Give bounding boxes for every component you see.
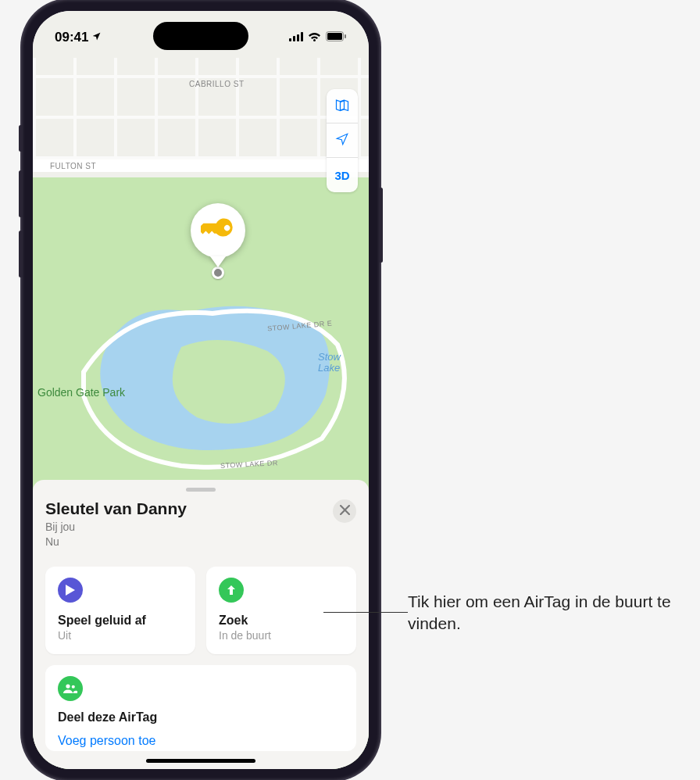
map-tracking-button[interactable] bbox=[327, 123, 358, 158]
power-button bbox=[379, 188, 383, 263]
add-person-link[interactable]: Voeg persoon toe bbox=[58, 734, 155, 748]
svg-rect-3 bbox=[301, 32, 303, 41]
location-arrow-icon bbox=[91, 30, 102, 45]
svg-rect-0 bbox=[289, 38, 291, 41]
volume-down-button bbox=[19, 231, 23, 277]
battery-icon bbox=[326, 30, 347, 45]
map-label-cabrillo: CABRILLO ST bbox=[189, 80, 245, 88]
item-location: Bij jou bbox=[45, 521, 75, 533]
map-controls: 3D bbox=[327, 89, 358, 192]
close-button[interactable] bbox=[333, 499, 356, 523]
play-sound-title: Speel geluid af bbox=[58, 614, 183, 628]
play-sound-card[interactable]: Speel geluid af Uit bbox=[45, 567, 195, 654]
arrow-up-icon bbox=[219, 578, 244, 603]
status-time: 09:41 bbox=[55, 30, 88, 45]
map-3d-button[interactable]: 3D bbox=[327, 158, 358, 192]
dynamic-island bbox=[153, 22, 248, 50]
detail-sheet[interactable]: Sleutel van Danny Bij jou Nu bbox=[33, 480, 369, 769]
close-icon bbox=[340, 504, 350, 518]
map-3d-label: 3D bbox=[334, 169, 349, 182]
location-arrow-icon bbox=[335, 132, 349, 148]
cellular-icon bbox=[289, 30, 303, 45]
find-card[interactable]: Zoek In de buurt bbox=[206, 567, 356, 654]
item-title: Sleutel van Danny bbox=[45, 499, 187, 518]
play-sound-sub: Uit bbox=[58, 629, 183, 642]
svg-rect-6 bbox=[345, 34, 346, 38]
sheet-grabber[interactable] bbox=[186, 488, 216, 492]
map-street-grid bbox=[33, 58, 369, 159]
mute-switch bbox=[19, 125, 23, 152]
item-updated: Nu bbox=[45, 535, 59, 548]
svg-rect-2 bbox=[297, 34, 299, 41]
map-style-button[interactable] bbox=[327, 89, 358, 123]
map-park-label: Golden Gate Park bbox=[38, 386, 125, 399]
share-title: Deel deze AirTag bbox=[58, 710, 344, 725]
share-card: Deel deze AirTag Voeg persoon toe bbox=[45, 665, 356, 751]
pin-dot bbox=[212, 267, 224, 279]
play-icon bbox=[58, 578, 83, 603]
map-icon bbox=[334, 97, 350, 115]
svg-rect-5 bbox=[327, 33, 342, 40]
find-title: Zoek bbox=[219, 614, 344, 628]
phone-frame: 09:41 FULTON ST CABRILLO S bbox=[22, 0, 380, 780]
home-indicator[interactable] bbox=[146, 759, 255, 763]
svg-point-7 bbox=[66, 684, 70, 688]
people-icon bbox=[58, 676, 83, 701]
map-lake-label: StowLake bbox=[318, 352, 341, 374]
svg-point-8 bbox=[72, 685, 75, 688]
key-icon bbox=[201, 212, 235, 249]
callout-text: Tik hier om een AirTag in de buurt te vi… bbox=[408, 591, 681, 635]
wifi-icon bbox=[308, 30, 321, 45]
screen: 09:41 FULTON ST CABRILLO S bbox=[33, 11, 369, 769]
volume-up-button bbox=[19, 170, 23, 217]
map-label-fulton: FULTON ST bbox=[48, 162, 98, 170]
item-pin[interactable] bbox=[191, 203, 245, 279]
svg-rect-1 bbox=[293, 36, 295, 41]
callout-leader bbox=[323, 612, 408, 613]
find-sub: In de buurt bbox=[219, 629, 344, 642]
